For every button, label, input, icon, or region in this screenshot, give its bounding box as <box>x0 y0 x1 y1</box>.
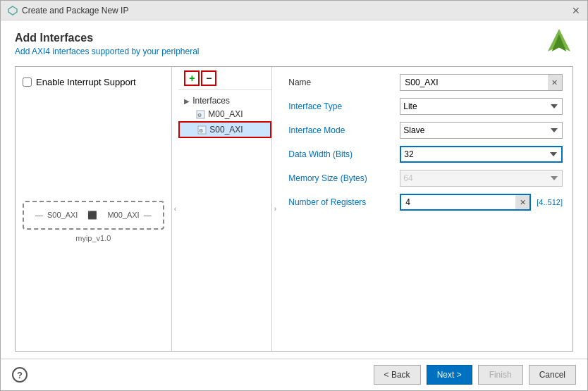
name-row: Name ✕ <box>288 74 563 91</box>
vivado-logo <box>546 27 572 55</box>
cancel-button[interactable]: Cancel <box>529 365 576 385</box>
name-input[interactable] <box>400 75 548 90</box>
svg-marker-0 <box>8 6 17 15</box>
tree-parent: ▶ Interfaces <box>178 94 271 107</box>
memory-size-label: Memory Size (Bytes) <box>288 173 394 183</box>
back-button[interactable]: < Back <box>374 365 421 385</box>
port-m00-axi: M00_AXI — <box>107 211 151 219</box>
port-s00-axi: — S00_AXI <box>35 211 78 219</box>
middle-panel: + − ▶ Interfaces ⚙ <box>178 67 271 351</box>
data-width-select[interactable]: 32 64 128 <box>400 146 563 163</box>
axi-icon-m00: ⚙ <box>195 109 205 119</box>
num-registers-label: Number of Registers <box>288 197 394 207</box>
page-title: Add Interfaces <box>15 32 573 44</box>
finish-button[interactable]: Finish <box>478 365 523 385</box>
interface-type-row: Interface Type Lite Full Stream <box>288 98 563 115</box>
interface-mode-label: Interface Mode <box>288 125 394 135</box>
app-icon <box>8 6 18 15</box>
num-registers-input[interactable] <box>401 195 515 209</box>
port-m00-label: M00_AXI <box>107 211 139 219</box>
ip-diagram: — S00_AXI ⬛ M00_AXI — myip_v1.0 <box>23 101 164 341</box>
interface-tree: ▶ Interfaces ⚙ M00_AXI <box>178 90 271 351</box>
interface-mode-row: Interface Mode Slave Master <box>288 122 563 139</box>
resize-right[interactable]: › <box>272 67 279 351</box>
left-panel: Enable Interrupt Support — S00_AXI ⬛ M00… <box>16 67 172 351</box>
num-registers-row: Number of Registers ✕ [4..512] <box>288 194 563 211</box>
num-registers-input-group: ✕ <box>400 194 531 211</box>
enable-interrupt-label: Enable Interrupt Support <box>36 77 136 87</box>
memory-size-select[interactable]: 64 <box>400 170 563 187</box>
data-width-label: Data Width (Bits) <box>288 149 394 159</box>
help-button[interactable]: ? <box>12 367 27 383</box>
num-registers-range: [4..512] <box>537 198 563 206</box>
enable-interrupt-checkbox[interactable] <box>23 77 32 87</box>
interface-type-select[interactable]: Lite Full Stream <box>400 98 563 115</box>
tree-folder-icon: ▶ <box>184 97 190 105</box>
tree-parent-label: Interfaces <box>192 96 230 106</box>
interface-type-label: Interface Type <box>288 101 394 111</box>
page-subtitle: Add AXI4 interfaces supported by your pe… <box>15 46 573 56</box>
add-interface-button[interactable]: + <box>184 70 200 86</box>
tree-item-s00-label: S00_AXI <box>209 125 243 135</box>
axi-icon-s00: ⚙ <box>197 125 207 135</box>
next-button[interactable]: Next > <box>427 365 472 385</box>
name-input-group: ✕ <box>400 74 563 91</box>
tree-item-m00-axi[interactable]: ⚙ M00_AXI <box>178 107 271 121</box>
svg-text:⚙: ⚙ <box>197 113 202 118</box>
right-panel: Name ✕ Interface Type Lite Full Stream <box>278 67 572 351</box>
resize-left[interactable]: ‹ <box>172 67 179 351</box>
name-label: Name <box>288 77 394 87</box>
ip-name-label: myip_v1.0 <box>75 234 111 242</box>
svg-text:⚙: ⚙ <box>199 128 203 133</box>
memory-size-row: Memory Size (Bytes) 64 <box>288 170 563 187</box>
name-clear-button[interactable]: ✕ <box>548 75 562 90</box>
window-title: Create and Package New IP <box>22 6 128 15</box>
tree-item-m00-label: M00_AXI <box>208 109 243 119</box>
remove-interface-button[interactable]: − <box>201 70 216 86</box>
close-button[interactable]: ✕ <box>572 6 580 15</box>
port-s00-label: S00_AXI <box>47 211 78 219</box>
data-width-row: Data Width (Bits) 32 64 128 <box>288 146 563 163</box>
title-bar: Create and Package New IP <box>8 6 128 15</box>
interface-mode-select[interactable]: Slave Master <box>400 122 563 139</box>
footer: ? < Back Next > Finish Cancel <box>1 359 587 390</box>
num-registers-clear-button[interactable]: ✕ <box>515 195 529 209</box>
tree-item-s00-axi[interactable]: ⚙ S00_AXI <box>178 121 271 138</box>
